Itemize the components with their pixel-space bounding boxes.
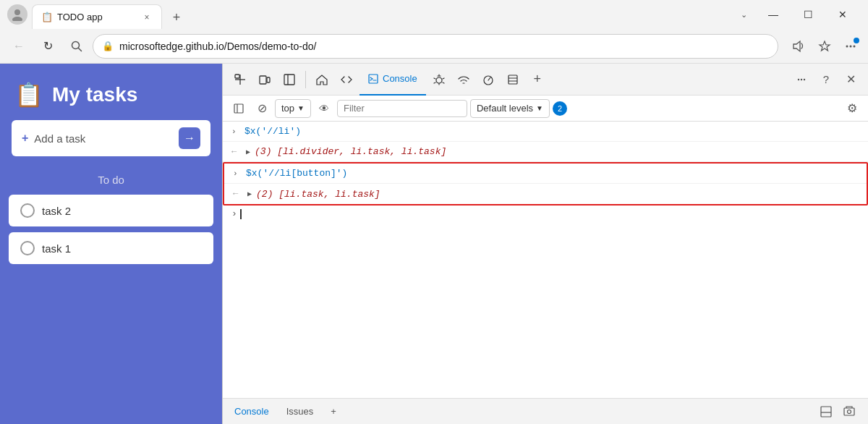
tab-title: TODO app bbox=[57, 12, 137, 22]
add-tool-button[interactable]: + bbox=[526, 68, 549, 91]
console-input-arrow: › bbox=[231, 127, 240, 136]
profile-avatar bbox=[7, 4, 27, 25]
more-actions-button[interactable] bbox=[839, 35, 862, 58]
bottom-bar-right bbox=[816, 402, 859, 422]
console-toolbar: ⊘ top ▼ 👁 Default levels ▼ 2 ⚙ bbox=[223, 96, 868, 122]
console-input-arrow-2: › bbox=[233, 169, 242, 178]
add-task-row[interactable]: + Add a task → bbox=[12, 120, 210, 156]
eye-icon-button[interactable]: 👁 bbox=[314, 98, 334, 119]
new-tab-button[interactable]: + bbox=[165, 6, 188, 29]
task-checkbox[interactable] bbox=[20, 203, 35, 218]
home-button[interactable] bbox=[310, 68, 333, 91]
search-button[interactable] bbox=[64, 33, 90, 59]
window-controls: ⌄ — ☐ ✕ bbox=[732, 3, 862, 26]
section-label: To do bbox=[0, 168, 222, 192]
clear-console-button[interactable]: ⊘ bbox=[252, 98, 272, 119]
profile-button[interactable] bbox=[6, 3, 29, 26]
devtools-panel: Console bbox=[222, 64, 868, 424]
svg-rect-12 bbox=[284, 75, 294, 85]
device-emulation-button[interactable] bbox=[253, 68, 276, 91]
source-code-button[interactable] bbox=[335, 68, 358, 91]
console-cursor-line: › bbox=[223, 205, 868, 222]
expand-button-2[interactable]: ▶ bbox=[247, 190, 252, 198]
layers-button[interactable] bbox=[501, 68, 524, 91]
add-task-input: Add a task bbox=[34, 132, 173, 145]
svg-point-0 bbox=[14, 9, 20, 15]
execution-context-label: top bbox=[281, 103, 294, 114]
todo-app-title: My tasks bbox=[52, 83, 137, 106]
address-text: microsoftedge.github.io/Demos/demo-to-do… bbox=[119, 41, 769, 52]
svg-point-4 bbox=[846, 45, 848, 47]
svg-rect-7 bbox=[235, 75, 239, 78]
expand-button-1[interactable]: ▶ bbox=[246, 148, 250, 156]
console-prompt-arrow: › bbox=[231, 208, 237, 219]
log-levels-label: Default levels bbox=[477, 103, 533, 114]
console-line-1: › $x('//li') bbox=[223, 122, 868, 142]
refresh-button[interactable]: ↻ bbox=[35, 33, 61, 59]
issues-bottom-tab[interactable]: Issues bbox=[284, 404, 317, 418]
console-line-4: ← ▶ (2) [li.task, li.task] bbox=[224, 184, 867, 204]
help-button[interactable]: ? bbox=[814, 68, 838, 91]
svg-point-5 bbox=[850, 45, 852, 47]
log-levels-dropdown[interactable]: Default levels ▼ bbox=[470, 99, 550, 118]
panel-layout-button[interactable] bbox=[278, 68, 301, 91]
close-button[interactable]: ✕ bbox=[826, 3, 859, 26]
tabs-bar: 📋 TODO app × + bbox=[29, 0, 732, 29]
lock-icon: 🔒 bbox=[102, 41, 114, 51]
task-label: task 1 bbox=[42, 242, 71, 255]
message-count-badge: 2 bbox=[553, 101, 567, 116]
svg-point-6 bbox=[854, 45, 856, 47]
add-task-submit-button[interactable]: → bbox=[179, 127, 200, 149]
inspect-element-button[interactable] bbox=[229, 68, 252, 91]
read-aloud-button[interactable] bbox=[787, 35, 810, 58]
console-code-2: (3) [li.divider, li.task, li.task] bbox=[255, 146, 446, 157]
close-devtools-button[interactable]: ✕ bbox=[839, 68, 862, 91]
message-count: 2 bbox=[553, 101, 567, 116]
task-label: task 2 bbox=[42, 205, 71, 217]
text-cursor bbox=[240, 209, 242, 219]
split-console-button[interactable] bbox=[816, 402, 836, 422]
console-bottom-bar: Console Issues + bbox=[223, 398, 868, 424]
svg-point-22 bbox=[804, 78, 805, 80]
svg-point-21 bbox=[801, 78, 802, 80]
chevron-down-button[interactable]: ⌄ bbox=[732, 3, 755, 26]
main-area: 📋 My tasks + Add a task → To do task 2 t… bbox=[0, 64, 868, 424]
task-item-task2[interactable]: task 2 bbox=[9, 195, 213, 226]
debugger-button[interactable] bbox=[427, 68, 451, 91]
address-bar-right bbox=[787, 35, 862, 58]
task-item-task1[interactable]: task 1 bbox=[9, 232, 213, 264]
svg-rect-17 bbox=[509, 75, 517, 84]
svg-point-28 bbox=[848, 410, 851, 413]
address-bar[interactable]: 🔒 microsoftedge.github.io/Demos/demo-to-… bbox=[93, 34, 778, 59]
console-output-arrow-left-2: ← bbox=[233, 189, 243, 199]
add-bottom-tab-button[interactable]: + bbox=[328, 404, 339, 418]
console-output-arrow-left: ← bbox=[231, 147, 242, 157]
tab-close-button[interactable]: × bbox=[141, 12, 153, 23]
console-sidebar-button[interactable] bbox=[229, 98, 249, 119]
more-tools-button[interactable] bbox=[790, 68, 813, 91]
console-bottom-tab[interactable]: Console bbox=[231, 404, 272, 418]
browser-tab[interactable]: 📋 TODO app × bbox=[32, 4, 162, 29]
execution-context-dropdown[interactable]: top ▼ bbox=[275, 99, 311, 118]
minimize-button[interactable]: — bbox=[757, 3, 790, 26]
performance-button[interactable] bbox=[477, 68, 500, 91]
todo-header: 📋 My tasks bbox=[0, 64, 222, 120]
title-bar: 📋 TODO app × + ⌄ — ☐ ✕ bbox=[0, 0, 868, 29]
todo-sidebar: 📋 My tasks + Add a task → To do task 2 t… bbox=[0, 64, 222, 424]
back-button[interactable]: ← bbox=[6, 33, 32, 59]
maximize-button[interactable]: ☐ bbox=[791, 3, 825, 26]
filter-input[interactable] bbox=[337, 100, 467, 117]
svg-line-3 bbox=[79, 48, 82, 51]
address-bar-row: ← ↻ 🔒 microsoftedge.github.io/Demos/demo… bbox=[0, 29, 868, 64]
console-tab-button[interactable]: Console bbox=[359, 64, 426, 96]
svg-point-15 bbox=[436, 77, 442, 83]
console-output: › $x('//li') ← ▶ (3) [li.divider, li.tas… bbox=[223, 122, 868, 398]
tab-favicon: 📋 bbox=[41, 12, 53, 22]
favorites-button[interactable] bbox=[813, 35, 836, 58]
console-settings-button[interactable]: ⚙ bbox=[842, 98, 862, 119]
task-checkbox[interactable] bbox=[20, 241, 35, 255]
dropdown-arrow-icon: ▼ bbox=[536, 104, 543, 112]
network-button[interactable] bbox=[452, 68, 475, 91]
screenshot-button[interactable] bbox=[839, 402, 859, 422]
console-line-2: ← ▶ (3) [li.divider, li.task, li.task] bbox=[223, 142, 868, 162]
